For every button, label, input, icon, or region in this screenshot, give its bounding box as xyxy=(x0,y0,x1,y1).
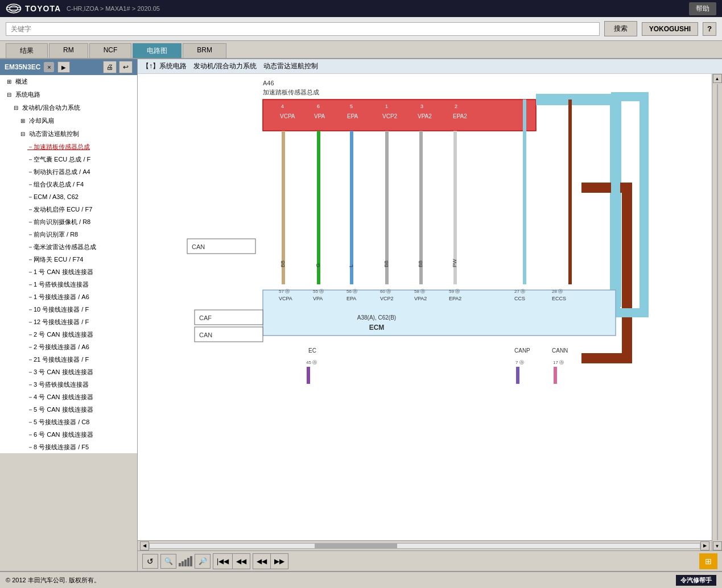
tree-item-combo[interactable]: －组合仪表总成 / F4 xyxy=(0,178,137,191)
question-button[interactable]: ? xyxy=(703,22,716,36)
zoom-in-button[interactable]: 🔍 xyxy=(160,554,176,569)
tree-item-ecm[interactable]: －ECM / A38, C62 xyxy=(0,191,137,203)
nav-prev-button[interactable]: ◀◀ xyxy=(233,554,250,569)
header-breadcrumb: C-HR,IZOA > MAXA1# > 2020.05 xyxy=(67,5,160,12)
tree-item-overview[interactable]: ⊞ 概述 xyxy=(0,75,137,88)
ecm-vcpa: VCPA xyxy=(279,296,292,301)
refresh-button[interactable]: ↺ xyxy=(142,554,158,569)
expand-icon: ⊟ xyxy=(7,90,14,100)
tree-item-start-stop[interactable]: －发动机启停 ECU / F7 xyxy=(0,203,137,216)
canp-pin: 7 ⓐ xyxy=(515,360,524,365)
v-scroll-track[interactable] xyxy=(717,84,718,540)
close-button[interactable]: × xyxy=(44,62,54,72)
tree-item-camera[interactable]: －前向识别摄像机 / R8 xyxy=(0,216,137,228)
tree-item-conn8[interactable]: －8 号接线连接器 / F5 xyxy=(0,441,137,453)
print-button[interactable]: 🖨 xyxy=(103,61,117,73)
play-button[interactable]: ▶ xyxy=(57,61,70,73)
back-button[interactable]: ↩ xyxy=(119,61,133,73)
signal-bars xyxy=(179,556,192,566)
pin-epa: EPA xyxy=(347,113,358,119)
pin-num-1: 1 xyxy=(385,103,388,109)
tree-item-can3[interactable]: －3 号 CAN 接线连接器 xyxy=(0,366,137,378)
tab-circuit[interactable]: 电路图 xyxy=(133,43,181,58)
tree-item-can5[interactable]: －5 号 CAN 接线连接器 xyxy=(0,403,137,416)
nav-prev2-button[interactable]: ◀◀ xyxy=(253,554,271,569)
diagram-content[interactable]: A46 加速踏板传感器总成 VCPA VPA EPA VCP2 xyxy=(138,74,712,540)
tree-item-conn12[interactable]: －12 号接线连接器 / F xyxy=(0,316,137,328)
tree-item-can1[interactable]: －1 号 CAN 接线连接器 xyxy=(0,266,137,278)
tab-ncf[interactable]: NCF xyxy=(89,43,132,58)
tree-item-conn2[interactable]: －2 号接线连接器 / A6 xyxy=(0,341,137,353)
tree-item-conn5[interactable]: －5 号接线连接器 / C8 xyxy=(0,416,137,428)
tree-item-can2[interactable]: －2 号 CAN 接线连接器 xyxy=(0,328,137,341)
panel-header: EM35N3EC × ▶ 🖨 ↩ xyxy=(0,59,137,75)
tree-item-label: －1 号搭铁接线连接器 xyxy=(27,281,89,288)
scroll-right-arrow[interactable]: ▶ xyxy=(700,541,709,550)
help-button[interactable]: 帮助 xyxy=(689,2,716,15)
wire-label-g: G xyxy=(315,263,321,267)
pin-num-4: 4 xyxy=(281,103,284,109)
tree-item-accel-sensor[interactable]: －加速踏板传感器总成 xyxy=(0,140,137,153)
horizontal-scrollbar[interactable]: ◀ ▶ xyxy=(138,540,712,550)
cann-pin: 17 ⓐ xyxy=(553,360,564,365)
tree-item-label: －3 号搭铁接线连接器 xyxy=(27,381,89,388)
tree-item-conn21[interactable]: －21 号接线连接器 / F xyxy=(0,353,137,366)
expand-icon: ⊞ xyxy=(7,77,14,87)
expand-icon: ⊟ xyxy=(14,103,20,113)
scroll-left-arrow[interactable]: ◀ xyxy=(140,541,149,550)
tab-results[interactable]: 结果 xyxy=(6,43,48,58)
can-label: CAN xyxy=(199,332,212,338)
tree-item-radar[interactable]: ⊟ 动态雷达巡航控制 xyxy=(0,127,137,140)
tree-item-gnd1[interactable]: －1 号搭铁接线连接器 xyxy=(0,278,137,291)
monitor-icon-button[interactable]: ⊞ xyxy=(699,553,717,569)
scroll-track[interactable] xyxy=(149,543,700,549)
ecm-pin-55: 55 ⓐ xyxy=(313,289,324,294)
ec-label: EC xyxy=(308,347,316,354)
svg-point-1 xyxy=(10,6,18,11)
ecm-pin-28: 28 ⓐ xyxy=(552,289,563,294)
scroll-down-arrow[interactable]: ▼ xyxy=(713,541,722,550)
tab-brm[interactable]: BRM xyxy=(183,43,226,58)
scroll-thumb[interactable] xyxy=(315,544,397,548)
tree-item-camera-cover[interactable]: －前向识别罩 / R8 xyxy=(0,228,137,241)
svg-point-2 xyxy=(6,7,20,10)
tree-item-label: －前向识别罩 / R8 xyxy=(27,231,78,238)
tree-item-conn1[interactable]: －1 号接线连接器 / A6 xyxy=(0,291,137,303)
yokogushi-button[interactable]: YOKOGUSHI xyxy=(642,22,698,36)
footer-logo-text: 令汽修帮手 xyxy=(680,576,712,585)
pin-num-5: 5 xyxy=(350,103,353,109)
ecm-vcp2: VCP2 xyxy=(380,296,394,301)
tree-item-engine[interactable]: ⊟ 发动机/混合动力系统 xyxy=(0,101,137,114)
copyright-text: © 2012 丰田汽车公司. 版权所有。 xyxy=(6,576,100,585)
tree-item-cooling[interactable]: ⊞ 冷却风扇 xyxy=(0,114,137,127)
ecm-epa2: EPA2 xyxy=(449,296,461,301)
zoom-out-button[interactable]: 🔎 xyxy=(195,554,211,569)
tree-item-gnd3[interactable]: －3 号搭铁接线连接器 xyxy=(0,378,137,391)
tree-item-conn10[interactable]: －10 号接线连接器 / F xyxy=(0,303,137,316)
pin-vpa: VPA xyxy=(314,113,325,119)
tree-item-label: －3 号 CAN 接线连接器 xyxy=(27,368,93,375)
tree-item-label: －ECM / A38, C62 xyxy=(27,193,79,200)
search-button[interactable]: 搜索 xyxy=(604,21,637,36)
can-label2: CAN xyxy=(192,243,205,250)
tree-item-airbag[interactable]: －空气囊 ECU 总成 / F xyxy=(0,153,137,165)
panel-icons: 🖨 ↩ xyxy=(103,61,133,73)
tree-item-gateway[interactable]: －网络关 ECU / F74 xyxy=(0,253,137,266)
pin-num-2: 2 xyxy=(455,103,457,109)
tab-rm[interactable]: RM xyxy=(49,43,88,58)
wire-ccs-box xyxy=(536,100,616,301)
tree-item-syscircuit[interactable]: ⊟ 系统电路 xyxy=(0,88,137,101)
monitor-icon: ⊞ xyxy=(705,557,712,566)
nav-next-button[interactable]: ▶▶ xyxy=(271,554,288,569)
signal-bar-5 xyxy=(190,556,192,566)
tree-item-label: －4 号 CAN 接线连接器 xyxy=(27,394,93,400)
nav-first-button[interactable]: |◀◀ xyxy=(213,554,233,569)
scroll-up-arrow[interactable]: ▲ xyxy=(713,74,722,83)
tree-item-can6[interactable]: －6 号 CAN 接线连接器 xyxy=(0,428,137,441)
tree-item-label: －1 号接线连接器 / A6 xyxy=(27,293,89,300)
tree-item-can4[interactable]: －4 号 CAN 接线连接器 xyxy=(0,391,137,403)
tree-item-brake[interactable]: －制动执行器总成 / A4 xyxy=(0,165,137,178)
search-input[interactable] xyxy=(6,22,600,36)
tree-item-radar-sensor[interactable]: －毫米波雷达传感器总成 xyxy=(0,241,137,253)
footer-logo: 令汽修帮手 xyxy=(676,575,716,586)
